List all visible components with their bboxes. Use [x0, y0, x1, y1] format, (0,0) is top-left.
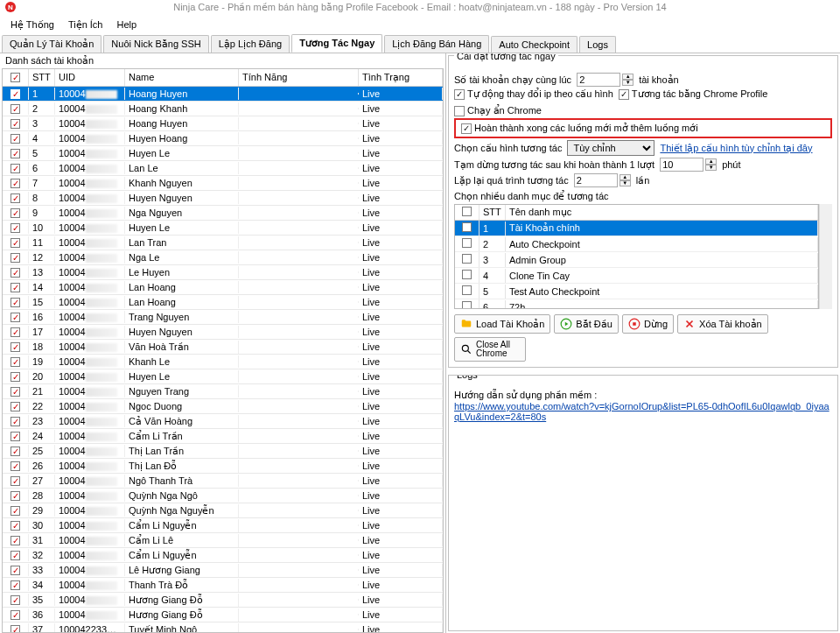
row-checkbox[interactable] — [10, 342, 20, 352]
cat-checkbox[interactable] — [462, 254, 472, 264]
row-checkbox[interactable] — [10, 223, 20, 233]
account-row[interactable]: 1710004Huyen NguyenLive — [3, 325, 443, 340]
tab-logs[interactable]: Logs — [579, 36, 616, 53]
row-checkbox[interactable] — [10, 461, 20, 471]
config-link[interactable]: Thiết lập cấu hình tùy chỉnh tại đây — [660, 143, 812, 154]
row-checkbox[interactable] — [10, 357, 20, 367]
account-row[interactable]: 3710004223351509Tuyết Minh NgôLive — [3, 622, 443, 633]
tab-auto-checkpoint[interactable]: Auto Checkpoint — [491, 36, 578, 53]
account-row[interactable]: 1810004Văn Hoà TrầnLive — [3, 340, 443, 355]
account-row[interactable]: 3410004Thanh Trà ĐỗLive — [3, 578, 443, 593]
finish-threads-checkbox[interactable]: Hoàn thành xong các luồng mới mở thêm lu… — [461, 123, 698, 134]
account-row[interactable]: 1510004Lan HoangLive — [3, 295, 443, 310]
row-checkbox[interactable] — [10, 595, 20, 605]
account-row[interactable]: 2110004Nguyen TrangLive — [3, 384, 443, 399]
account-row[interactable]: 510004Huyen LeLive — [3, 146, 443, 161]
accounts-table[interactable]: STT UID Name Tính Năng Tình Trạng 110004… — [2, 68, 444, 633]
close-chrome-button[interactable]: Close All Chrome — [454, 337, 526, 362]
account-row[interactable]: 2910004Quỳnh Nga NguyễnLive — [3, 503, 443, 518]
row-checkbox[interactable] — [10, 580, 20, 590]
categories-table[interactable]: STT Tên danh mục 1Tài Khoản chính2Auto C… — [454, 204, 819, 309]
account-row[interactable]: 3010004Cẩm Li NguyễnLive — [3, 518, 443, 533]
row-checkbox[interactable] — [10, 283, 20, 292]
repeat-input[interactable] — [574, 173, 618, 187]
log-youtube-link[interactable]: https://www.youtube.com/watch?v=kjGornoI… — [454, 401, 832, 422]
row-checkbox[interactable] — [10, 193, 20, 203]
chrome-profile-checkbox[interactable]: Tương tác bằng Chrome Profile — [619, 88, 768, 100]
header-tn[interactable]: Tính Năng — [239, 69, 359, 86]
row-checkbox[interactable] — [10, 536, 20, 545]
row-checkbox[interactable] — [10, 179, 20, 188]
row-checkbox[interactable] — [10, 104, 20, 114]
cat-checkbox[interactable] — [462, 301, 472, 309]
row-checkbox[interactable] — [10, 134, 20, 144]
account-row[interactable]: 2010004Huyen LeLive — [3, 369, 443, 384]
menu-tiện-ích[interactable]: Tiện Ích — [61, 18, 110, 32]
header-stt[interactable]: STT — [29, 69, 55, 86]
cat-checkbox[interactable] — [462, 285, 472, 295]
row-checkbox[interactable] — [10, 327, 20, 337]
delete-button[interactable]: Xóa Tài khoản — [677, 314, 768, 334]
account-row[interactable]: 2210004Ngoc DuongLive — [3, 399, 443, 414]
row-checkbox[interactable] — [10, 521, 20, 531]
row-checkbox[interactable] — [10, 238, 20, 248]
row-checkbox[interactable] — [10, 610, 20, 620]
row-checkbox[interactable] — [10, 164, 20, 173]
account-row[interactable]: 3510004Hương Giang ĐỗLive — [3, 593, 443, 608]
row-checkbox[interactable] — [10, 402, 20, 411]
cat-header-stt[interactable]: STT — [480, 205, 506, 220]
account-row[interactable]: 1010004Huyen LeLive — [3, 221, 443, 236]
account-row[interactable]: 310004Hoang HuyenLive — [3, 116, 443, 131]
row-checkbox[interactable] — [10, 149, 20, 158]
account-row[interactable]: 3210004Cẩm Li NguyễnLive — [3, 548, 443, 563]
account-row[interactable]: 710004Khanh NguyenLive — [3, 176, 443, 191]
tab-qu-n-l-t-i-kho-n[interactable]: Quản Lý Tài Khoản — [2, 35, 102, 53]
tab-t-ng-t-c-ngay[interactable]: Tương Tác Ngay — [291, 34, 382, 53]
concurrent-input[interactable] — [577, 73, 620, 87]
start-button[interactable]: Bắt Đầu — [554, 314, 619, 334]
account-row[interactable]: 3310004Lê Hương GiangLive — [3, 563, 443, 578]
row-checkbox[interactable] — [10, 566, 20, 575]
account-row[interactable]: 2410004Cẩm Li TrầnLive — [3, 429, 443, 444]
tab-l-ch-ng-b-n-h-ng[interactable]: Lịch Đăng Bán Hàng — [384, 35, 489, 53]
row-checkbox[interactable] — [10, 119, 20, 129]
account-row[interactable]: 3110004Cẩm Li LêLive — [3, 533, 443, 548]
header-name[interactable]: Name — [125, 69, 239, 86]
row-checkbox[interactable] — [10, 625, 20, 633]
row-checkbox[interactable] — [10, 313, 20, 322]
header-tt[interactable]: Tình Trạng — [359, 69, 443, 86]
category-row[interactable]: 2Auto Checkpoint — [455, 236, 818, 252]
account-row[interactable]: 2510004Thị Lan TrầnLive — [3, 444, 443, 459]
cat-checkbox[interactable] — [462, 270, 472, 279]
category-row[interactable]: 1Tài Khoản chính — [455, 221, 818, 236]
account-row[interactable]: 110004Hoang HuyenLive — [3, 87, 443, 102]
row-checkbox[interactable] — [10, 491, 20, 501]
category-row[interactable]: 5Test Auto Checkpoint — [455, 284, 818, 299]
account-row[interactable]: 2710004Ngô Thanh TràLive — [3, 474, 443, 489]
account-row[interactable]: 1410004Lan HoangLive — [3, 280, 443, 295]
stop-button[interactable]: Dừng — [622, 314, 674, 334]
auto-ip-checkbox[interactable]: Tự động thay đổi ip theo cấu hình — [454, 88, 613, 100]
tab-nu-i-nick-b-ng-ssh[interactable]: Nuôi Nick Bằng SSH — [103, 35, 208, 53]
row-checkbox[interactable] — [10, 268, 20, 278]
hidden-chrome-checkbox[interactable]: Chạy ẩn Chrome — [454, 105, 542, 116]
select-all-checkbox[interactable] — [10, 73, 20, 82]
account-row[interactable]: 2310004Cả Văn HoàngLive — [3, 414, 443, 429]
row-checkbox[interactable] — [10, 253, 20, 263]
category-row[interactable]: 672h — [455, 299, 818, 309]
row-checkbox[interactable] — [10, 417, 20, 426]
account-row[interactable]: 910004Nga NguyenLive — [3, 206, 443, 221]
account-row[interactable]: 410004Huyen HoangLive — [3, 131, 443, 146]
row-checkbox[interactable] — [10, 432, 20, 441]
header-uid[interactable]: UID — [55, 69, 125, 86]
row-checkbox[interactable] — [10, 506, 20, 516]
row-checkbox[interactable] — [10, 89, 20, 99]
account-row[interactable]: 210004Hoang KhanhLive — [3, 102, 443, 116]
category-row[interactable]: 4Clone Tin Cay — [455, 268, 818, 284]
row-checkbox[interactable] — [10, 447, 20, 456]
row-checkbox[interactable] — [10, 476, 20, 486]
cat-checkbox[interactable] — [462, 222, 472, 232]
load-accounts-button[interactable]: Load Tài Khoản — [454, 314, 550, 334]
account-row[interactable]: 1110004Lan TranLive — [3, 236, 443, 250]
concurrent-spinner[interactable]: ▲▼ — [622, 74, 634, 86]
